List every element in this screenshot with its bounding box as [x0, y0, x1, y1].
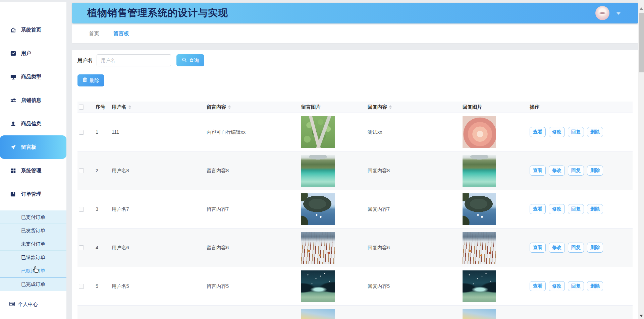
header-reply-image: 回复图片 — [459, 104, 526, 110]
header-message[interactable]: 留言内容 — [203, 104, 298, 110]
row-index: 5 — [92, 283, 108, 289]
delete-row-button[interactable]: 删除 — [587, 166, 603, 176]
delete-row-button[interactable]: 删除 — [587, 281, 603, 291]
reply-image[interactable] — [463, 116, 496, 148]
scroll-up-arrow-icon[interactable] — [640, 7, 643, 10]
message-image[interactable] — [301, 232, 335, 264]
scroll-down-arrow-icon[interactable] — [640, 315, 643, 317]
search-icon — [182, 57, 187, 63]
row-username: 用户名6 — [108, 245, 203, 251]
vertical-scrollbar[interactable] — [638, 0, 644, 319]
reply-button[interactable]: 回复 — [568, 243, 584, 253]
message-image[interactable] — [301, 309, 335, 319]
view-button[interactable]: 查看 — [530, 127, 546, 137]
sidebar-item-product-types[interactable]: 商品类型 — [0, 65, 66, 88]
monitor-icon — [10, 74, 16, 80]
row-reply: 回复内容5 — [364, 283, 459, 290]
sidebar-item-system-admin[interactable]: 系统管理 — [0, 159, 66, 182]
edit-button[interactable]: 修改 — [549, 243, 565, 253]
header-message-image: 留言图片 — [298, 104, 364, 110]
sidebar: 系统首页 用户 商品类型 店铺信息 商品信息 — [0, 2, 66, 319]
grid-icon — [10, 168, 16, 174]
avatar[interactable] — [595, 6, 609, 20]
reply-button[interactable]: 回复 — [568, 281, 584, 291]
sidebar-item-message-board[interactable]: 留言板 — [0, 135, 66, 159]
edit-button[interactable]: 修改 — [549, 204, 565, 214]
submenu-item-paid-orders[interactable]: 已支付订单 — [0, 210, 66, 224]
sort-icon[interactable] — [228, 105, 231, 109]
row-checkbox[interactable] — [79, 245, 84, 250]
row-reply: 回复内容7 — [364, 206, 459, 212]
row-reply: 回复内容6 — [364, 245, 459, 251]
tab-home[interactable]: 首页 — [89, 30, 99, 37]
submenu-item-refunded-orders[interactable]: 已退款订单 — [0, 251, 66, 264]
row-message: 内容可自行编辑xx — [203, 129, 298, 135]
message-image[interactable] — [301, 270, 335, 302]
row-checkbox[interactable] — [79, 284, 84, 289]
table-row: 查看 修改 回复 删除 — [77, 306, 633, 319]
select-all-checkbox[interactable] — [79, 105, 84, 110]
reply-image[interactable] — [463, 155, 496, 187]
content-panel: 用户名 查询 删除 序号 用户名 — [72, 50, 638, 319]
page-title: 植物销售管理系统的设计与实现 — [87, 6, 228, 20]
row-index: 2 — [92, 168, 108, 173]
home-icon — [10, 27, 16, 33]
delete-button[interactable]: 删除 — [77, 74, 104, 86]
notebook-icon — [10, 191, 16, 197]
reply-image[interactable] — [463, 232, 496, 264]
edit-button[interactable]: 修改 — [549, 281, 565, 291]
view-button[interactable]: 查看 — [530, 166, 546, 176]
reply-image[interactable] — [463, 309, 496, 319]
edit-button[interactable]: 修改 — [549, 127, 565, 137]
sort-icon[interactable] — [128, 105, 131, 109]
reply-button[interactable]: 回复 — [568, 166, 584, 176]
submenu-item-completed-orders[interactable]: 已完成订单 — [0, 277, 66, 291]
edit-button[interactable]: 修改 — [549, 166, 565, 176]
header-reply[interactable]: 回复内容 — [364, 104, 459, 110]
row-checkbox[interactable] — [79, 130, 84, 135]
view-button[interactable]: 查看 — [530, 281, 546, 291]
row-checkbox[interactable] — [79, 207, 84, 212]
row-checkbox[interactable] — [79, 168, 84, 173]
submenu-item-shipped-orders[interactable]: 已发货订单 — [0, 224, 66, 237]
sidebar-item-label: 商品类型 — [21, 74, 41, 80]
delete-row-button[interactable]: 删除 — [587, 204, 603, 214]
message-table: 序号 用户名 留言内容 留言图片 回复内容 回复图片 操作 — [77, 102, 633, 319]
breadcrumb-tabs: 首页 留言板 — [72, 24, 638, 43]
tab-message-board[interactable]: 留言板 — [113, 30, 129, 37]
view-button[interactable]: 查看 — [530, 204, 546, 214]
table-row: 2 用户名8 留言内容8 回复内容8 查看 修改 回复 删除 — [77, 151, 633, 190]
sidebar-item-users[interactable]: 用户 — [0, 42, 66, 65]
scrollbar-thumb[interactable] — [639, 13, 644, 72]
reply-button[interactable]: 回复 — [568, 204, 584, 214]
delete-row-button[interactable]: 删除 — [587, 127, 603, 137]
sliders-icon — [10, 97, 16, 104]
sidebar-item-label: 系统管理 — [21, 168, 41, 174]
chevron-down-icon[interactable] — [616, 12, 621, 15]
delete-row-button[interactable]: 删除 — [587, 243, 603, 253]
submenu-item-unpaid-orders[interactable]: 未支付订单 — [0, 237, 66, 251]
query-button[interactable]: 查询 — [176, 54, 204, 66]
sort-icon[interactable] — [389, 105, 392, 109]
sidebar-item-label: 店铺信息 — [21, 97, 41, 104]
message-image[interactable] — [301, 155, 335, 187]
sidebar-item-shop-info[interactable]: 店铺信息 — [0, 88, 66, 112]
reply-image[interactable] — [463, 193, 496, 225]
view-button[interactable]: 查看 — [530, 243, 546, 253]
reply-image[interactable] — [463, 270, 496, 302]
row-message: 留言内容8 — [203, 168, 298, 174]
sidebar-item-product-info[interactable]: 商品信息 — [0, 112, 66, 135]
header-username[interactable]: 用户名 — [108, 104, 203, 110]
message-image[interactable] — [301, 193, 335, 225]
sidebar-item-personal-center[interactable]: 个人中心 — [0, 301, 66, 308]
username-label: 用户名 — [77, 57, 93, 64]
reply-button[interactable]: 回复 — [568, 127, 584, 137]
username-input[interactable] — [97, 54, 171, 66]
message-image[interactable] — [301, 116, 335, 148]
row-username: 用户名5 — [108, 283, 203, 290]
row-message: 留言内容5 — [203, 283, 298, 290]
send-icon — [10, 144, 16, 150]
row-username: 用户名8 — [108, 168, 203, 174]
sidebar-item-home[interactable]: 系统首页 — [0, 18, 66, 42]
sidebar-item-order-admin[interactable]: 订单管理 — [0, 182, 66, 206]
